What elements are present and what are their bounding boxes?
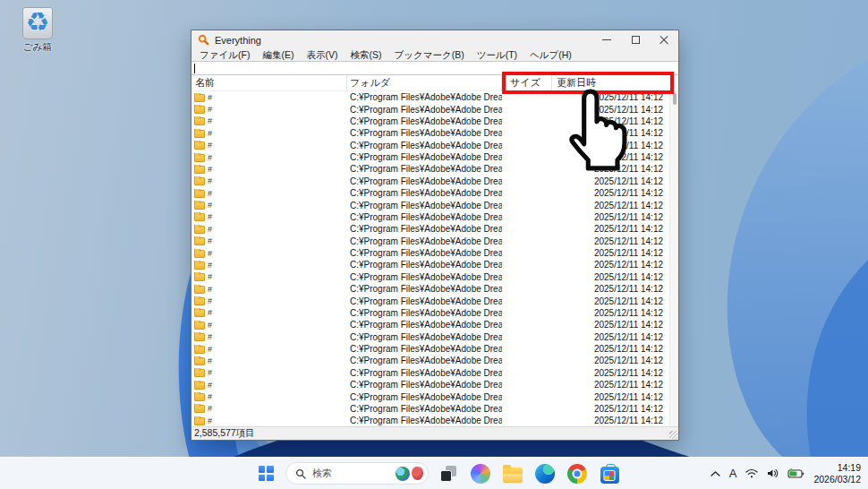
cell-folder-path: C:¥Program Files¥Adobe¥Adobe Dream...: [347, 201, 502, 210]
table-row[interactable]: # C:¥Program Files¥Adobe¥Adobe Dream... …: [191, 223, 669, 235]
file-name: #: [208, 189, 212, 198]
table-row[interactable]: # C:¥Program Files¥Adobe¥Adobe Dream... …: [191, 199, 669, 210]
menu-bookmarks[interactable]: ブックマーク(B): [387, 49, 470, 62]
table-row[interactable]: # C:¥Program Files¥Adobe¥Adobe Dream... …: [191, 259, 669, 270]
table-row[interactable]: # C:¥Program Files¥Adobe¥Adobe Dream... …: [191, 295, 669, 306]
cell-folder-path: C:¥Program Files¥Adobe¥Adobe Dream...: [347, 92, 502, 102]
menu-view[interactable]: 表示(V): [300, 49, 344, 62]
close-button[interactable]: [650, 30, 678, 49]
file-name: #: [208, 368, 212, 377]
cell-modified-date: 2025/12/11 14:12: [552, 248, 669, 258]
title-bar[interactable]: Everything: [191, 30, 678, 49]
minimize-button[interactable]: [592, 30, 621, 49]
start-button[interactable]: [253, 461, 278, 486]
folder-icon: [194, 273, 205, 281]
table-row[interactable]: # C:¥Program Files¥Adobe¥Adobe Dream... …: [191, 247, 669, 259]
table-row[interactable]: # C:¥Program Files¥Adobe¥Adobe Dream... …: [191, 211, 669, 223]
table-row[interactable]: # C:¥Program Files¥Adobe¥Adobe Dream... …: [191, 176, 669, 187]
table-row[interactable]: # C:¥Program Files¥Adobe¥Adobe Dream... …: [191, 331, 669, 343]
table-row[interactable]: # C:¥Program Files¥Adobe¥Adobe Dream... …: [191, 319, 669, 330]
cell-modified-date: 2025/12/11 14:12: [552, 296, 669, 306]
table-row[interactable]: # C:¥Program Files¥Adobe¥Adobe Dream... …: [191, 283, 669, 295]
file-name: #: [208, 356, 212, 365]
menu-tools[interactable]: ツール(T): [471, 49, 523, 62]
cell-folder-path: C:¥Program Files¥Adobe¥Adobe Dream...: [347, 380, 502, 390]
table-row[interactable]: # C:¥Program Files¥Adobe¥Adobe Dream... …: [191, 390, 669, 402]
cell-folder-path: C:¥Program Files¥Adobe¥Adobe Dream...: [347, 248, 502, 258]
table-row[interactable]: # C:¥Program Files¥Adobe¥Adobe Dream... …: [191, 379, 669, 390]
volume-icon: [767, 468, 779, 478]
file-explorer-button[interactable]: [500, 461, 525, 486]
scrollbar-thumb[interactable]: [673, 93, 677, 105]
copilot-icon: [471, 464, 490, 484]
file-name: #: [208, 176, 212, 185]
vertical-scrollbar[interactable]: [669, 91, 678, 426]
menu-edit[interactable]: 編集(E): [256, 49, 300, 62]
table-row[interactable]: # C:¥Program Files¥Adobe¥Adobe Dream... …: [191, 236, 669, 247]
table-row[interactable]: # C:¥Program Files¥Adobe¥Adobe Dream... …: [191, 367, 669, 379]
menu-bar: ファイル(F) 編集(E) 表示(V) 検索(S) ブックマーク(B) ツール(…: [191, 49, 678, 61]
item-count: 2,585,577項目: [194, 427, 255, 440]
folder-icon: [194, 202, 205, 210]
edge-button[interactable]: [532, 461, 557, 486]
task-view-button[interactable]: [436, 461, 461, 486]
file-name: #: [208, 225, 212, 234]
column-header-folder[interactable]: フォルダ: [347, 75, 502, 90]
menu-file[interactable]: ファイル(F): [193, 49, 256, 62]
recycle-bin-desktop-icon[interactable]: ♻ ごみ箱: [13, 7, 63, 54]
cell-modified-date: 2025/12/11 14:12: [552, 212, 669, 222]
table-row[interactable]: # C:¥Program Files¥Adobe¥Adobe Dream... …: [191, 403, 669, 415]
copilot-button[interactable]: [468, 461, 493, 486]
cell-modified-date: 2025/12/11 14:12: [552, 236, 669, 246]
folder-icon: [194, 417, 205, 425]
microsoft-store-button[interactable]: [597, 461, 622, 486]
cell-name: #: [191, 236, 347, 245]
folder-icon: [194, 346, 205, 354]
ime-indicator[interactable]: A: [729, 467, 737, 480]
volume-button[interactable]: [767, 468, 779, 478]
table-row[interactable]: # C:¥Program Files¥Adobe¥Adobe Dream... …: [191, 307, 669, 319]
cell-modified-date: 2025/12/11 14:12: [552, 344, 669, 354]
taskbar-search-box[interactable]: 検索: [285, 462, 429, 485]
file-name: #: [208, 404, 212, 413]
folder-icon: [194, 297, 205, 305]
menu-search[interactable]: 検索(S): [344, 49, 387, 62]
table-row[interactable]: # C:¥Program Files¥Adobe¥Adobe Dream... …: [191, 343, 669, 355]
tray-chevron-button[interactable]: [711, 471, 720, 476]
table-row[interactable]: # C:¥Program Files¥Adobe¥Adobe Dream... …: [191, 415, 669, 426]
file-name: #: [208, 332, 212, 341]
folder-icon: [194, 405, 205, 413]
cell-name: #: [191, 308, 347, 317]
folder-icon: [194, 322, 205, 330]
folder-icon: [194, 262, 205, 270]
cell-modified-date: 2025/12/11 14:12: [552, 368, 669, 378]
taskbar-clock[interactable]: 14:19 2026/03/12: [813, 462, 861, 485]
file-name: #: [208, 381, 212, 390]
cell-name: #: [191, 116, 347, 125]
folder-icon: [194, 130, 205, 138]
clock-time: 14:19: [813, 462, 861, 474]
cell-modified-date: 2025/12/11 14:12: [552, 416, 669, 425]
chrome-button[interactable]: [565, 461, 590, 486]
cell-name: #: [191, 225, 347, 234]
wifi-button[interactable]: [745, 468, 758, 478]
cell-name: #: [191, 189, 347, 198]
cell-name: #: [191, 332, 347, 341]
cell-folder-path: C:¥Program Files¥Adobe¥Adobe Dream...: [347, 416, 502, 425]
maximize-button[interactable]: [621, 30, 650, 49]
battery-button[interactable]: [787, 468, 804, 478]
table-row[interactable]: # C:¥Program Files¥Adobe¥Adobe Dream... …: [191, 187, 669, 199]
table-row[interactable]: # C:¥Program Files¥Adobe¥Adobe Dream... …: [191, 271, 669, 283]
file-name: #: [208, 93, 212, 102]
menu-help[interactable]: ヘルプ(H): [523, 49, 578, 62]
search-highlight-icon: [412, 467, 423, 480]
task-view-icon: [439, 465, 457, 483]
table-row[interactable]: # C:¥Program Files¥Adobe¥Adobe Dream... …: [191, 355, 669, 366]
folder-icon: [194, 177, 205, 185]
folder-icon: [194, 117, 205, 125]
column-header-name[interactable]: 名前: [191, 75, 347, 90]
folder-icon: [194, 286, 205, 294]
resize-grip[interactable]: [669, 431, 677, 439]
cell-name: #: [191, 261, 347, 270]
text-caret: [194, 64, 195, 73]
